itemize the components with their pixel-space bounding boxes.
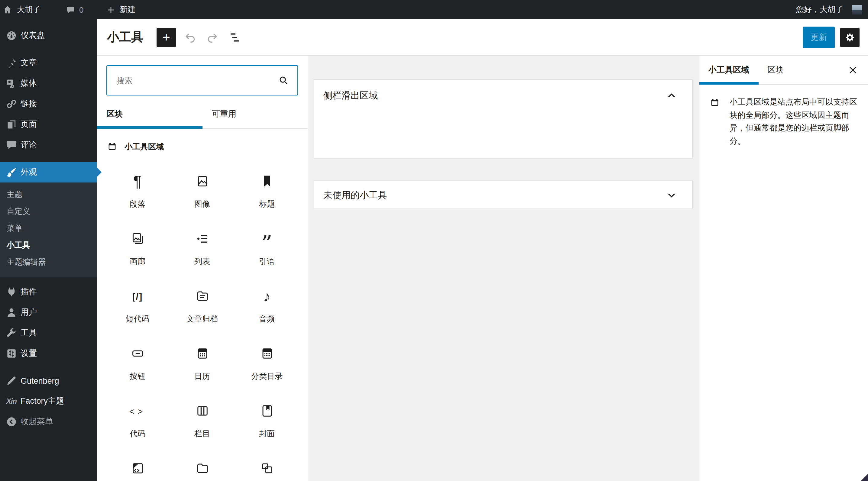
menu-item-wrench[interactable]: 工具 [0,323,97,343]
menu-item-plug[interactable]: 插件 [0,282,97,302]
menu-item-comment[interactable]: 评论 [0,135,97,155]
tab-可重用[interactable]: 可重用 [202,100,308,128]
brush-icon [5,166,18,178]
menu-item-sliders[interactable]: 设置 [0,343,97,364]
avatar [852,5,862,14]
html-block-icon [130,461,145,476]
widget-area-card: 未使用的小工具 [314,180,693,209]
block-label: 文章归档 [186,314,218,324]
block-label: 分类目录 [251,371,283,382]
undo-icon[interactable] [183,30,198,44]
button-block-icon [130,346,145,361]
list-view-icon[interactable] [228,30,242,44]
menu-item-link[interactable]: 链接 [0,94,97,114]
comments-link[interactable]: 0 [60,0,89,19]
page-title: 小工具 [107,29,143,45]
xin-icon: Xin [5,395,18,407]
menu-item-dashboard[interactable]: 仪表盘 [0,25,97,46]
new-content-link[interactable]: 新建 [100,0,142,19]
submenu-item[interactable]: 主题 [0,186,97,203]
block-item-gallery[interactable]: 画廊 [105,224,170,281]
user-icon [5,307,18,318]
account-menu[interactable]: 您好，大胡子 [790,0,868,19]
block-item-audio[interactable]: ♪音频 [235,281,299,339]
blocks-grid: ¶段落图像标题画廊列表”引语[/]短代码文章归档♪音频按钮日历分类目录<>代码栏… [97,166,308,481]
admin-menu: 仪表盘 文章 媒体 链接 页面 评论 外观主题自定义菜单小工具主题编辑器 插件 … [0,19,97,481]
home-icon [2,4,13,15]
widget-area-toggle[interactable]: 未使用的小工具 [314,181,692,210]
folder-block-icon [195,461,210,476]
close-sidebar-button[interactable] [843,60,863,80]
menu-separator [0,364,97,371]
widget-area-icon [106,141,118,152]
widget-area-icon [709,97,720,148]
site-name: 大胡子 [17,4,40,15]
site-name-link[interactable]: 大胡子 [0,0,46,19]
menu-item-user[interactable]: 用户 [0,302,97,323]
submenu-item[interactable]: 小工具 [0,237,97,254]
section-title: 小工具区域 [125,141,164,152]
block-item-categories[interactable]: 分类目录 [235,339,299,396]
widget-area-section-header: 小工具区域 [106,141,298,152]
block-item-columns[interactable]: 栏目 [170,396,235,453]
block-item-code[interactable]: <>代码 [105,396,170,453]
settings-gear-button[interactable] [840,28,860,47]
menu-item-media[interactable]: 媒体 [0,73,97,94]
block-item-button[interactable]: 按钮 [105,339,170,396]
menu-item-pages[interactable]: 页面 [0,114,97,135]
sidebar-tab-区块[interactable]: 区块 [758,56,793,84]
block-inserter-button[interactable]: + [157,28,176,47]
inserter-tabs: 区块可重用 [97,100,308,129]
menu-item-xin[interactable]: Xin Factory主题 [0,391,97,412]
chevron-down-icon [664,188,679,202]
widget-area-title: 未使用的小工具 [323,189,387,201]
block-item-cover[interactable]: 封面 [235,396,299,453]
block-label: 列表 [194,256,210,267]
calendar-block-icon [195,346,210,361]
media-icon [5,77,18,90]
block-item-image[interactable]: 图像 [170,166,235,224]
bookmark-block-icon [259,174,274,189]
block-item-shortcode[interactable]: [/]短代码 [105,281,170,339]
block-item-bookmark[interactable]: 标题 [235,166,299,224]
block-item-quote[interactable]: ”引语 [235,224,299,281]
block-item-paragraph[interactable]: ¶段落 [105,166,170,224]
block-item-list[interactable]: 列表 [170,224,235,281]
code-block-icon: <> [129,404,146,418]
comment-count: 0 [79,5,84,14]
block-item-html[interactable] [105,453,170,481]
audio-block-icon: ♪ [263,289,271,303]
menu-item-pin[interactable]: 文章 [0,53,97,73]
menu-item-collapse[interactable]: 收起菜单 [0,412,97,432]
widget-area-toggle[interactable]: 侧栏滑出区域 [314,80,692,111]
tab-区块[interactable]: 区块 [97,100,202,128]
block-label: 段落 [130,199,145,210]
widget-area-title: 侧栏滑出区域 [323,90,378,101]
update-button[interactable]: 更新 [803,26,835,48]
search-input[interactable] [106,65,298,95]
redo-icon[interactable] [205,30,219,44]
columns-block-icon [195,404,210,418]
gear-icon [844,31,856,43]
submenu-item[interactable]: 主题编辑器 [0,254,97,271]
list-block-icon [195,231,210,246]
sidebar-tab-小工具区域[interactable]: 小工具区域 [700,56,758,84]
search-icon [276,73,291,90]
block-item-archives[interactable]: 文章归档 [170,281,235,339]
block-label: 按钮 [130,371,145,382]
block-label: 封面 [259,428,275,439]
menu-separator [0,46,97,53]
block-label: 引语 [259,256,275,267]
block-item-group[interactable] [235,453,299,481]
menu-item-brush[interactable]: 外观 [0,162,97,183]
menu-item-pencil[interactable]: Gutenberg [0,371,97,391]
comment-bubble-icon [66,5,75,14]
block-label: 栏目 [194,428,210,439]
wrench-icon [5,327,18,339]
submenu-item[interactable]: 自定义 [0,203,97,220]
block-item-calendar[interactable]: 日历 [170,339,235,396]
submenu-item[interactable]: 菜单 [0,220,97,237]
quote-block-icon: ” [261,231,273,246]
block-item-folder[interactable] [170,453,235,481]
block-inserter-panel: 区块可重用 小工具区域 ¶段落图像标题画廊列表”引语[/]短代码文章归档♪音频按… [97,56,308,481]
